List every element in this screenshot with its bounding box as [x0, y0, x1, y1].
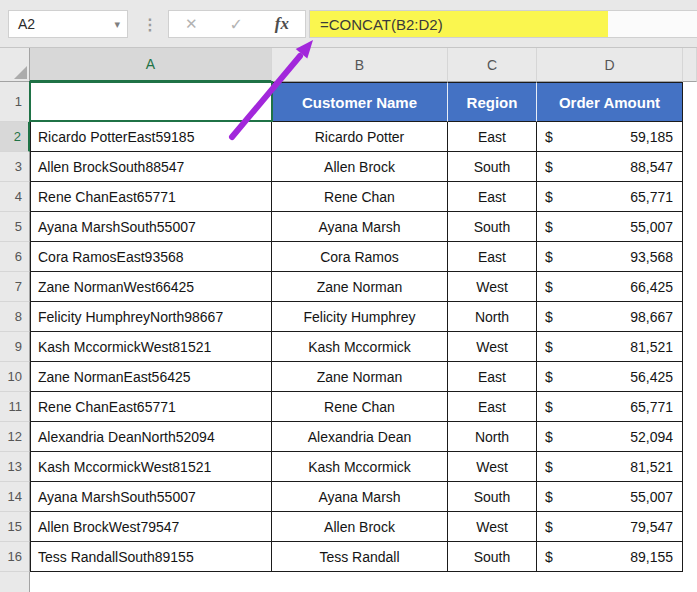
formula-input[interactable]: =CONCAT(B2:D2) — [309, 10, 697, 38]
select-all-corner[interactable] — [0, 48, 30, 82]
cancel-icon[interactable]: ✕ — [185, 15, 198, 33]
row-header-4[interactable]: 4 — [0, 182, 30, 212]
row-header-16[interactable]: 16 — [0, 542, 30, 572]
cell-C5[interactable]: South — [448, 212, 537, 242]
cell-D10[interactable]: $56,425 — [537, 362, 683, 392]
cell-B1-customer-name-header[interactable]: Customer Name — [272, 82, 448, 122]
cell-B2[interactable]: Ricardo Potter — [272, 122, 448, 152]
chevron-down-icon[interactable]: ▾ — [114, 18, 127, 31]
row-header-12[interactable]: 12 — [0, 422, 30, 452]
row-header-8[interactable]: 8 — [0, 302, 30, 332]
cell-B3[interactable]: Allen Brock — [272, 152, 448, 182]
amount-value: 81,521 — [630, 459, 673, 475]
cell-D1-order-amount-header[interactable]: Order Amount — [537, 82, 683, 122]
cell-A12[interactable]: Alexandria DeanNorth52094 — [30, 422, 272, 452]
cell-C13[interactable]: West — [448, 452, 537, 482]
row-header-10[interactable]: 10 — [0, 362, 30, 392]
cell-B12[interactable]: Alexandria Dean — [272, 422, 448, 452]
cell-C11[interactable]: East — [448, 392, 537, 422]
row-header-1[interactable]: 1 — [0, 82, 30, 122]
cell-C12[interactable]: North — [448, 422, 537, 452]
cell-D4[interactable]: $65,771 — [537, 182, 683, 212]
cell-A7[interactable]: Zane NormanWest66425 — [30, 272, 272, 302]
cell-D14[interactable]: $55,007 — [537, 482, 683, 512]
cell-D7[interactable]: $66,425 — [537, 272, 683, 302]
cell-D12[interactable]: $52,094 — [537, 422, 683, 452]
currency-symbol: $ — [545, 189, 553, 205]
amount-value: 93,568 — [630, 249, 673, 265]
cell-B14[interactable]: Ayana Marsh — [272, 482, 448, 512]
cell-B5[interactable]: Ayana Marsh — [272, 212, 448, 242]
cell-A2[interactable]: Ricardo PotterEast59185 — [30, 122, 272, 152]
cell-B6[interactable]: Cora Ramos — [272, 242, 448, 272]
cell-C2[interactable]: East — [448, 122, 537, 152]
cell-A11[interactable]: Rene ChanEast65771 — [30, 392, 272, 422]
cell-A16[interactable]: Tess RandallSouth89155 — [30, 542, 272, 572]
cell-D2[interactable]: $59,185 — [537, 122, 683, 152]
cell-B13[interactable]: Kash Mccormick — [272, 452, 448, 482]
cell-A8[interactable]: Felicity HumphreyNorth98667 — [30, 302, 272, 332]
column-header-E-partial[interactable] — [683, 48, 697, 82]
row-header-3[interactable]: 3 — [0, 152, 30, 182]
cell-B11[interactable]: Rene Chan — [272, 392, 448, 422]
row-header-14[interactable]: 14 — [0, 482, 30, 512]
row-header-6[interactable]: 6 — [0, 242, 30, 272]
row-header-13[interactable]: 13 — [0, 452, 30, 482]
name-box[interactable]: A2 ▾ — [8, 10, 128, 38]
enter-icon[interactable]: ✓ — [229, 15, 242, 34]
cell-C4[interactable]: East — [448, 182, 537, 212]
cell-A13[interactable]: Kash MccormickWest81521 — [30, 452, 272, 482]
cell-B16[interactable]: Tess Randall — [272, 542, 448, 572]
currency-symbol: $ — [545, 339, 553, 355]
cell-C16[interactable]: South — [448, 542, 537, 572]
cell-D6[interactable]: $93,568 — [537, 242, 683, 272]
row-header-5[interactable]: 5 — [0, 212, 30, 242]
cell-C3[interactable]: South — [448, 152, 537, 182]
cell-A15[interactable]: Allen BrockWest79547 — [30, 512, 272, 542]
row-header-9[interactable]: 9 — [0, 332, 30, 362]
cell-C10[interactable]: East — [448, 362, 537, 392]
cell-C8[interactable]: North — [448, 302, 537, 332]
column-header-A[interactable]: A — [30, 48, 272, 82]
insert-function-icon[interactable]: fx — [275, 14, 289, 34]
cell-A1[interactable] — [30, 82, 272, 122]
cell-B8[interactable]: Felicity Humphrey — [272, 302, 448, 332]
cell-C15[interactable]: West — [448, 512, 537, 542]
cell-D13[interactable]: $81,521 — [537, 452, 683, 482]
row-header-2[interactable]: 2 — [0, 122, 30, 152]
cell-A10[interactable]: Zane NormanEast56425 — [30, 362, 272, 392]
cell-D11[interactable]: $65,771 — [537, 392, 683, 422]
cell-D16[interactable]: $89,155 — [537, 542, 683, 572]
row-header-15[interactable]: 15 — [0, 512, 30, 542]
cell-D9[interactable]: $81,521 — [537, 332, 683, 362]
row-header-11[interactable]: 11 — [0, 392, 30, 422]
cell-B15[interactable]: Allen Brock — [272, 512, 448, 542]
formula-highlight: =CONCAT(B2:D2) — [310, 11, 608, 37]
cell-A5[interactable]: Ayana MarshSouth55007 — [30, 212, 272, 242]
cell-B7[interactable]: Zane Norman — [272, 272, 448, 302]
cell-A4[interactable]: Rene ChanEast65771 — [30, 182, 272, 212]
formula-bar: A2 ▾ ⋮ ✕ ✓ fx =CONCAT(B2:D2) — [0, 0, 697, 48]
column-header-B[interactable]: B — [272, 48, 448, 82]
cell-C9[interactable]: West — [448, 332, 537, 362]
cell-A14[interactable]: Ayana MarshSouth55007 — [30, 482, 272, 512]
row-header-7[interactable]: 7 — [0, 272, 30, 302]
cell-C1-region-header[interactable]: Region — [448, 82, 537, 122]
cell-A9[interactable]: Kash MccormickWest81521 — [30, 332, 272, 362]
formula-text: =CONCAT(B2:D2) — [310, 16, 443, 33]
cell-A3[interactable]: Allen BrockSouth88547 — [30, 152, 272, 182]
cell-B10[interactable]: Zane Norman — [272, 362, 448, 392]
cell-C14[interactable]: South — [448, 482, 537, 512]
cell-A6[interactable]: Cora RamosEast93568 — [30, 242, 272, 272]
cell-B4[interactable]: Rene Chan — [272, 182, 448, 212]
row-header-17-partial[interactable] — [0, 572, 30, 592]
cell-B9[interactable]: Kash Mccormick — [272, 332, 448, 362]
cell-D5[interactable]: $55,007 — [537, 212, 683, 242]
column-header-C[interactable]: C — [448, 48, 537, 82]
column-header-D[interactable]: D — [537, 48, 683, 82]
cell-D8[interactable]: $98,667 — [537, 302, 683, 332]
cell-D3[interactable]: $88,547 — [537, 152, 683, 182]
cell-C7[interactable]: West — [448, 272, 537, 302]
cell-D15[interactable]: $79,547 — [537, 512, 683, 542]
cell-C6[interactable]: East — [448, 242, 537, 272]
